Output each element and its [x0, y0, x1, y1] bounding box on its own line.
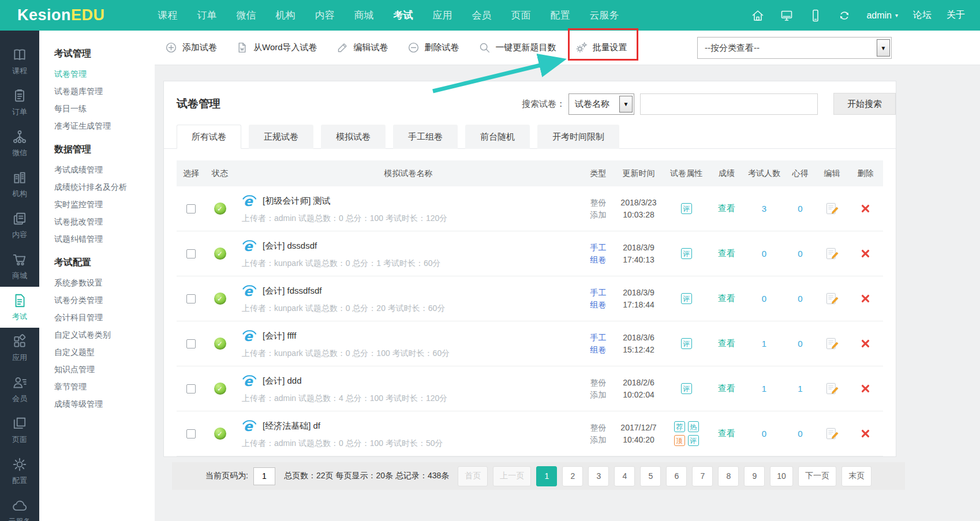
delete-icon[interactable]	[861, 429, 870, 438]
page-button-9[interactable]: 9	[744, 466, 765, 486]
top-nav-item[interactable]: 应用	[433, 9, 452, 22]
exam-title-link[interactable]: [初级会计师] 测试	[263, 196, 331, 207]
sidebar-module-item[interactable]: 订单	[0, 82, 39, 123]
toolbar-button[interactable]: 添加试卷	[165, 42, 217, 54]
top-nav-item[interactable]: 页面	[511, 9, 531, 22]
top-nav-item[interactable]: 机构	[276, 9, 296, 22]
exam-title-link[interactable]: [经济法基础] df	[263, 421, 320, 432]
edit-icon[interactable]	[825, 202, 839, 215]
page-button-1[interactable]: 1	[536, 466, 557, 486]
forum-link[interactable]: 论坛	[913, 9, 932, 21]
submenu-item[interactable]: 试卷管理	[54, 65, 155, 83]
attribute-badge[interactable]: 评	[681, 293, 692, 304]
submenu-item[interactable]: 试卷批改管理	[54, 213, 155, 230]
sidebar-module-item[interactable]: 配置	[0, 451, 39, 492]
submenu-item[interactable]: 知识点管理	[54, 361, 155, 378]
exam-type-tab[interactable]: 前台随机	[465, 125, 530, 149]
delete-icon[interactable]	[861, 204, 870, 213]
exam-title-link[interactable]: [会计] ffff	[263, 331, 296, 342]
attribute-badge[interactable]: 评	[681, 383, 692, 394]
submenu-item[interactable]: 试题纠错管理	[54, 230, 155, 248]
edit-icon[interactable]	[825, 292, 839, 305]
category-filter-select[interactable]: --按分类查看-- ▼	[697, 37, 892, 59]
exam-title-link[interactable]: [会计] ddd	[263, 376, 302, 387]
exam-title-link[interactable]: [会计] fdssdfsdf	[263, 286, 322, 297]
search-button[interactable]: 开始搜索	[833, 93, 896, 115]
toolbar-button[interactable]: 删除试卷	[407, 42, 459, 54]
sidebar-module-item[interactable]: 微信	[0, 123, 39, 164]
view-scores-link[interactable]: 查看	[718, 338, 735, 349]
page-button-8[interactable]: 8	[718, 466, 739, 486]
edit-icon[interactable]	[825, 247, 839, 260]
submenu-item[interactable]: 成绩等级管理	[54, 395, 155, 413]
page-button-4[interactable]: 4	[614, 466, 635, 486]
attribute-badge[interactable]: 评	[688, 435, 699, 446]
top-nav-item[interactable]: 会员	[472, 9, 492, 22]
sidebar-module-item[interactable]: 机构	[0, 164, 39, 205]
attribute-badge[interactable]: 评	[681, 203, 692, 214]
last-page-button[interactable]: 末页	[841, 466, 871, 486]
attribute-badge[interactable]: 荐	[674, 421, 685, 432]
view-scores-link[interactable]: 查看	[718, 203, 735, 214]
sidebar-module-item[interactable]: 课程	[0, 41, 39, 82]
refresh-icon[interactable]	[837, 9, 851, 23]
admin-user-menu[interactable]: admin ▾	[866, 10, 898, 21]
exam-type-tab[interactable]: 手工组卷	[393, 125, 458, 149]
submenu-item[interactable]: 试卷题库管理	[54, 83, 155, 100]
attribute-badge[interactable]: 评	[681, 248, 692, 259]
page-number-input[interactable]	[253, 467, 275, 485]
submenu-item[interactable]: 自定义试卷类别	[54, 326, 155, 343]
delete-icon[interactable]	[861, 339, 870, 348]
desktop-icon[interactable]	[780, 9, 794, 23]
sidebar-module-item[interactable]: 商城	[0, 246, 39, 287]
row-checkbox[interactable]	[186, 339, 196, 348]
submenu-item[interactable]: 试卷分类管理	[54, 291, 155, 309]
submenu-item[interactable]: 章节管理	[54, 378, 155, 395]
view-scores-link[interactable]: 查看	[718, 428, 735, 439]
submenu-item[interactable]: 实时监控管理	[54, 196, 155, 213]
view-scores-link[interactable]: 查看	[718, 383, 735, 394]
top-nav-item[interactable]: 云服务	[590, 9, 619, 22]
exam-title-link[interactable]: [会计] dssdsdf	[263, 241, 317, 252]
sidebar-module-item[interactable]: 内容	[0, 205, 39, 246]
delete-icon[interactable]	[861, 249, 870, 258]
toolbar-button[interactable]: 从Word导入试卷	[236, 42, 317, 54]
toolbar-button-batch-settings[interactable]: 批量设置	[575, 42, 627, 54]
view-scores-link[interactable]: 查看	[718, 293, 735, 304]
exam-type-tab[interactable]: 模拟试卷	[321, 125, 386, 149]
submenu-item[interactable]: 准考证生成管理	[54, 117, 155, 134]
sidebar-module-item[interactable]: 会员	[0, 369, 39, 410]
view-scores-link[interactable]: 查看	[718, 248, 735, 259]
edit-icon[interactable]	[825, 427, 839, 440]
row-checkbox[interactable]	[186, 429, 196, 438]
search-input[interactable]	[640, 93, 818, 115]
submenu-item[interactable]: 会计科目管理	[54, 309, 155, 326]
submenu-item[interactable]: 自定义题型	[54, 343, 155, 361]
submenu-item[interactable]: 系统参数设置	[54, 274, 155, 291]
top-nav-item[interactable]: 订单	[197, 9, 217, 22]
top-nav-item[interactable]: 内容	[315, 9, 335, 22]
row-checkbox[interactable]	[186, 249, 196, 258]
top-nav-item[interactable]: 课程	[158, 9, 178, 22]
row-checkbox[interactable]	[186, 384, 196, 393]
next-page-button[interactable]: 下一页	[798, 466, 836, 486]
search-field-select[interactable]: 试卷名称 ▼	[568, 93, 634, 115]
sidebar-module-item[interactable]: 应用	[0, 328, 39, 369]
attribute-badge[interactable]: 热	[688, 421, 699, 432]
toolbar-button[interactable]: 一键更新题目数	[478, 42, 556, 54]
page-button-2[interactable]: 2	[562, 466, 583, 486]
prev-page-button[interactable]: 上一页	[493, 466, 531, 486]
top-nav-item[interactable]: 配置	[551, 9, 570, 22]
first-page-button[interactable]: 首页	[458, 466, 488, 486]
exam-type-tab[interactable]: 正规试卷	[249, 125, 313, 149]
mobile-icon[interactable]	[809, 9, 822, 23]
delete-icon[interactable]	[861, 294, 870, 303]
top-nav-item[interactable]: 商城	[354, 9, 374, 22]
exam-type-tab[interactable]: 开考时间限制	[537, 125, 619, 149]
home-icon[interactable]	[751, 9, 765, 23]
edit-icon[interactable]	[825, 337, 839, 350]
attribute-badge[interactable]: 评	[681, 338, 692, 349]
page-button-10[interactable]: 10	[770, 466, 793, 486]
page-button-5[interactable]: 5	[640, 466, 661, 486]
page-button-7[interactable]: 7	[692, 466, 713, 486]
